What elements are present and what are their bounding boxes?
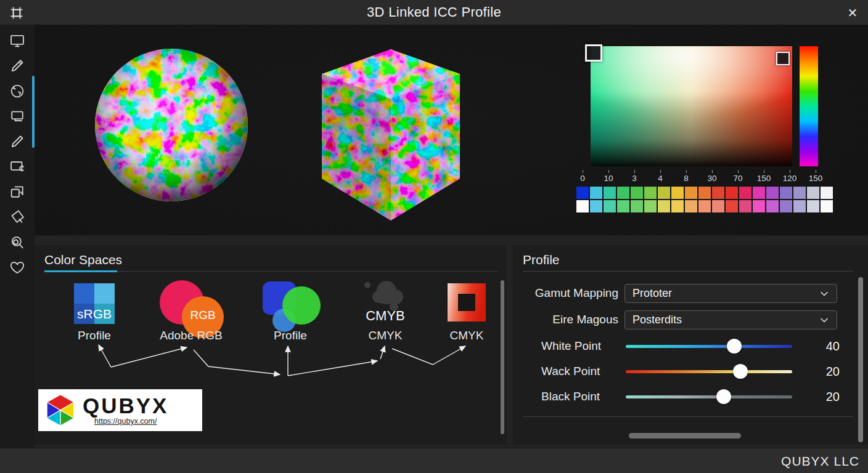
heart-icon[interactable] [9,259,26,276]
horizontal-scrollbar[interactable] [629,433,741,439]
chevron-down-icon [819,315,829,325]
color-swatch[interactable] [793,187,806,199]
slider-thumb[interactable] [727,339,742,354]
adobe-rgb-icon[interactable]: RGB [157,280,226,333]
color-swatch[interactable] [821,187,833,199]
color-swatch[interactable] [631,187,643,199]
color-swatch[interactable] [821,200,833,212]
color-spaces-title: Color Spaces [44,253,122,267]
color-swatch[interactable] [726,200,738,212]
color-swatch[interactable] [698,187,711,199]
color-swatch[interactable] [644,200,657,212]
ruler-label: 150 [805,170,826,185]
color-swatch[interactable] [631,200,643,212]
vertical-scrollbar[interactable] [858,277,863,442]
color-swatch[interactable] [698,200,711,212]
color-swatch[interactable] [793,200,806,212]
black-point-slider[interactable] [626,389,792,404]
ruler-label: 3 [624,170,645,185]
wack-point-value: 20 [815,365,840,379]
color-swatch[interactable] [590,187,602,199]
ruler-label: 120 [779,170,800,185]
search-icon[interactable] [9,233,26,251]
qubyx-logo[interactable]: QUBYX https://qubyx.com/ [38,389,202,431]
3d-sphere[interactable] [92,44,250,206]
color-swatch[interactable] [604,200,616,212]
color-swatch[interactable] [617,187,629,199]
ruler-label: 4 [650,170,671,185]
connection-arrows [35,339,507,385]
qubyx-hexagon-icon [43,393,78,427]
monitor-icon[interactable] [9,32,26,49]
color-swatch[interactable] [766,200,779,212]
slider-thumb[interactable] [733,364,748,379]
color-swatch[interactable] [604,187,616,199]
green-circle [282,286,321,325]
gradient-selector-1[interactable] [585,44,602,62]
eire-magous-dropdown[interactable]: Posterdits [624,310,837,329]
color-swatch[interactable] [753,187,765,199]
divider [523,416,853,417]
color-gradient-field[interactable] [591,46,792,166]
color-swatch[interactable] [712,200,724,212]
monitor-small-icon[interactable] [9,108,26,125]
gamut-mapping-dropdown[interactable]: Prototer [624,284,837,303]
color-swatch[interactable] [726,187,738,199]
color-swatch[interactable] [617,200,629,212]
slider-track[interactable] [626,345,792,348]
history-clock-icon[interactable] [9,83,26,100]
color-swatch[interactable] [780,200,792,212]
color-swatch[interactable] [685,200,697,212]
eraser-icon[interactable] [9,208,26,225]
pencil-icon[interactable] [9,57,26,75]
company-name: QUBYX LLC [781,448,859,473]
ruler-label: 70 [727,170,748,185]
3d-cube[interactable] [311,48,471,223]
swap-windows-icon[interactable] [9,183,26,200]
gamut-mapping-label: Gamut Mapping [523,286,618,300]
color-swatch[interactable] [753,200,765,212]
color-swatch[interactable] [658,187,670,199]
3d-viewport[interactable]: 0103483070150120150 [35,25,868,235]
wack-point-slider[interactable] [626,364,792,379]
color-swatch[interactable] [671,200,684,212]
app-window: 3D Linked ICC Profile ✕ [0,0,868,473]
white-point-value: 40 [815,339,840,354]
color-swatch[interactable] [766,187,779,199]
color-swatch[interactable] [576,187,589,199]
vertical-scrollbar[interactable] [501,280,504,434]
ruler-label: 0 [572,170,593,185]
cmyk-red-square-icon[interactable] [448,283,486,321]
color-swatch[interactable] [590,200,602,212]
color-swatch[interactable] [576,200,589,212]
slider-track[interactable] [626,395,792,398]
color-swatch[interactable] [644,187,657,199]
color-swatch[interactable] [739,200,751,212]
hue-slider[interactable] [800,46,818,166]
footer-bar: QUBYX LLC [0,448,868,473]
color-swatch[interactable] [807,200,819,212]
color-swatch[interactable] [807,187,819,199]
dropdown-value: Prototer [633,287,819,300]
eire-magous-label: Eire Magous [523,313,618,326]
pencil-2-icon[interactable] [9,133,26,150]
srgb-quadrant [94,283,115,304]
black-point-label: Black Point [541,390,600,403]
qubyx-link[interactable]: https://qubyx.com/ [94,417,157,426]
display-cc-icon[interactable] [9,158,26,175]
color-swatch[interactable] [780,187,792,199]
color-swatch[interactable] [671,187,684,199]
profile-shapes-icon[interactable] [259,280,324,334]
srgb-quadrant [74,283,94,304]
color-swatch[interactable] [658,200,670,212]
title-accent-underline [44,270,117,272]
srgb-profile-icon[interactable]: sRGB [74,283,115,324]
slider-thumb[interactable] [716,389,731,404]
color-swatch[interactable] [739,187,751,199]
white-point-slider[interactable] [626,339,792,354]
color-swatch[interactable] [685,187,697,199]
color-swatch[interactable] [712,187,724,199]
close-icon[interactable]: ✕ [843,4,862,22]
gradient-selector-2[interactable] [776,52,790,65]
slider-track[interactable] [626,370,792,373]
